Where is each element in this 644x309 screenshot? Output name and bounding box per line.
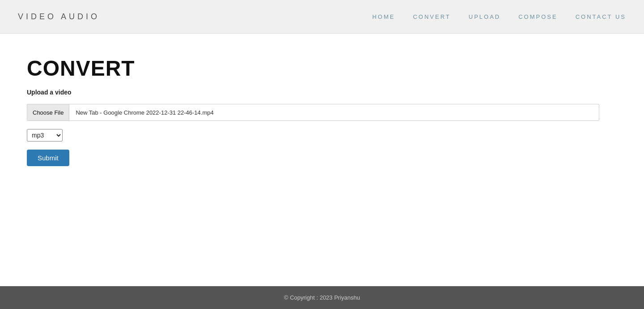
nav-contact[interactable]: CONTACT US bbox=[576, 13, 626, 20]
file-name-display: New Tab - Google Chrome 2022-12-31 22-46… bbox=[69, 109, 599, 116]
nav-convert[interactable]: CONVERT bbox=[413, 13, 450, 20]
copyright-text: © Copyright : 2023 Priyanshu bbox=[284, 294, 360, 301]
nav-home[interactable]: HOME bbox=[372, 13, 395, 20]
site-header: VIDEO AUDIO HOME CONVERT UPLOAD COMPOSE … bbox=[0, 0, 644, 34]
main-content: CONVERT Upload a video Choose File New T… bbox=[0, 34, 644, 286]
upload-label: Upload a video bbox=[27, 89, 617, 96]
site-footer: © Copyright : 2023 Priyanshu bbox=[0, 286, 644, 309]
format-select[interactable]: mp3 mp4 wav aac ogg bbox=[27, 129, 63, 142]
submit-button[interactable]: Submit bbox=[27, 150, 69, 166]
nav-compose[interactable]: COMPOSE bbox=[518, 13, 557, 20]
choose-file-button[interactable]: Choose File bbox=[27, 104, 69, 120]
file-input-wrapper: Choose File New Tab - Google Chrome 2022… bbox=[27, 104, 599, 121]
page-title: CONVERT bbox=[27, 56, 617, 81]
main-nav: HOME CONVERT UPLOAD COMPOSE CONTACT US bbox=[372, 13, 626, 20]
brand-logo: VIDEO AUDIO bbox=[18, 12, 100, 21]
nav-upload[interactable]: UPLOAD bbox=[469, 13, 500, 20]
